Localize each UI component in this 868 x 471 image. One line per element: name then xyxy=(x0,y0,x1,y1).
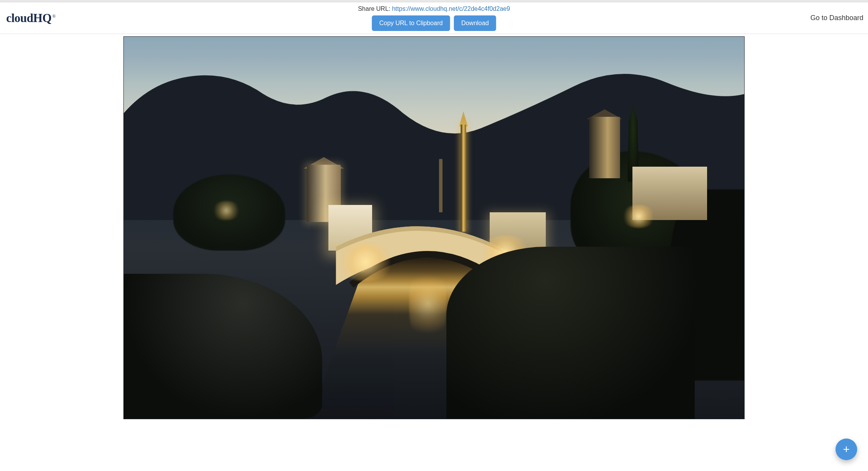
download-button[interactable]: Download xyxy=(454,15,496,31)
copy-url-button[interactable]: Copy URL to Clipboard xyxy=(372,15,450,31)
image-foreground-bank xyxy=(124,274,322,419)
share-url-line: Share URL: https://www.cloudhq.net/c/22d… xyxy=(358,5,510,12)
image-minaret xyxy=(461,125,466,232)
go-to-dashboard-link[interactable]: Go to Dashboard xyxy=(810,14,863,22)
share-url-link[interactable]: https://www.cloudhq.net/c/22de4c4f0d2ae9 xyxy=(392,5,510,12)
image-building xyxy=(632,167,707,220)
image-minaret-small xyxy=(439,159,443,212)
header-buttons: Copy URL to Clipboard Download xyxy=(372,15,496,31)
image-tower-right xyxy=(589,117,620,178)
share-url-label: Share URL: xyxy=(358,5,392,12)
add-fab-button[interactable]: + xyxy=(836,439,857,460)
image-foliage xyxy=(173,174,285,251)
registered-mark: ® xyxy=(52,14,56,19)
header-center: Share URL: https://www.cloudhq.net/c/22d… xyxy=(358,2,510,34)
app-header: cloudHQ® Share URL: https://www.cloudhq.… xyxy=(0,2,868,34)
plus-icon: + xyxy=(843,443,850,456)
content-area xyxy=(0,34,868,419)
brand-logo: cloudHQ® xyxy=(6,12,60,24)
shared-image xyxy=(123,36,745,419)
image-foreground-bank xyxy=(446,247,695,419)
brand-name: cloudHQ xyxy=(6,11,51,25)
